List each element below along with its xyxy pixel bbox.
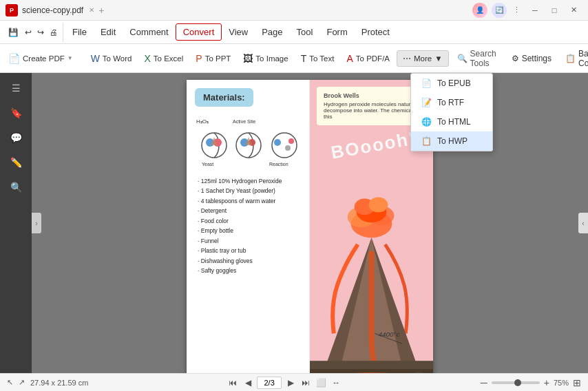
to-ppt-button[interactable]: P To PPT: [190, 50, 236, 67]
next-page-button[interactable]: ▶: [284, 377, 297, 389]
create-pdf-icon: 📄: [8, 53, 20, 64]
filename-label: science-copy.pdf: [22, 6, 83, 15]
file-menu[interactable]: File: [65, 24, 94, 40]
volcano-svg: 4400°c: [310, 196, 433, 373]
to-excel-button[interactable]: X To Excel: [138, 50, 189, 67]
sidebar-item-search[interactable]: 🔍: [5, 176, 27, 198]
protect-menu[interactable]: Protect: [355, 24, 397, 40]
to-rtf-item[interactable]: 📝 To RTF: [411, 93, 492, 112]
undo-icon: ↩: [25, 28, 32, 37]
tab-close-button[interactable]: ✕: [89, 6, 94, 14]
more-caret: ▼: [434, 54, 442, 63]
list-item: · Food color: [195, 216, 302, 226]
create-pdf-caret: ▼: [67, 55, 73, 61]
svg-text:4400°c: 4400°c: [378, 330, 399, 338]
zoom-level-label: 75%: [554, 379, 569, 387]
sidebar-item-menu[interactable]: ☰: [5, 77, 27, 99]
sidebar-item-comment[interactable]: 💬: [5, 127, 27, 149]
to-text-label: To Text: [309, 54, 334, 63]
last-page-button[interactable]: ⏭: [300, 377, 312, 389]
sidebar-item-bookmark[interactable]: 🔖: [5, 102, 27, 124]
left-sidebar: ☰ 🔖 💬 ✏️ 🔍: [0, 73, 32, 373]
app-logo: P: [6, 4, 18, 17]
to-epub-item[interactable]: 📄 To EPUB: [411, 74, 492, 93]
to-word-label: To Word: [103, 54, 132, 63]
print-button[interactable]: 🖨: [47, 27, 61, 38]
more-icon: ⋯: [403, 54, 411, 63]
html-icon: 🌐: [421, 116, 432, 127]
left-expand-toggle[interactable]: ›: [32, 213, 41, 233]
titlebar-right: 👤 🔄 ⋮ ─ □ ✕: [472, 3, 582, 18]
batch-convert-button[interactable]: 📋 Batch Conve...: [560, 46, 588, 71]
list-item: · Dishwashing gloves: [195, 256, 302, 266]
cursor-icon: ↖: [7, 378, 13, 387]
hwp-icon: 📋: [421, 136, 432, 147]
search-tools-label: Search Tools: [470, 49, 496, 68]
more-button[interactable]: ⋯ More ▼: [397, 50, 449, 67]
list-item: · Detergent: [195, 206, 302, 215]
tool-menu[interactable]: Tool: [290, 24, 320, 40]
svg-text:Active Site: Active Site: [233, 119, 255, 124]
page-menu[interactable]: Page: [255, 24, 289, 40]
more-options-button[interactable]: ⋮: [511, 5, 522, 16]
svg-point-13: [274, 139, 281, 146]
to-rtf-label: To RTF: [437, 98, 464, 107]
svg-point-21: [369, 197, 388, 212]
titlebar: P science-copy.pdf ✕ + 👤 🔄 ⋮ ─ □ ✕: [0, 0, 588, 21]
maximize-button[interactable]: □: [545, 3, 563, 18]
redo-button[interactable]: ↪: [34, 26, 47, 39]
right-expand-toggle[interactable]: ‹: [578, 213, 588, 233]
comment-menu[interactable]: Comment: [123, 24, 175, 40]
profile-icon[interactable]: 👤: [472, 3, 487, 18]
convert-menu[interactable]: Convert: [176, 23, 222, 41]
materials-list: · 125ml 10% Hydrogen Peroxide · 1 Sachet…: [195, 176, 302, 275]
to-word-icon: W: [91, 53, 100, 64]
undo-button[interactable]: ↩: [22, 26, 34, 39]
list-item: · Safty goggles: [195, 266, 302, 275]
to-excel-label: To Excel: [154, 54, 183, 63]
edit-menu[interactable]: Edit: [94, 24, 123, 40]
statusbar-center: ⏮ ◀ ▶ ⏭ ⬜ ↔: [227, 377, 342, 389]
to-image-button[interactable]: 🖼 To Image: [238, 50, 293, 67]
create-pdf-label: Create PDF: [23, 54, 65, 63]
zoom-in-button[interactable]: +: [544, 377, 549, 388]
settings-icon: ⚙: [512, 54, 519, 63]
close-window-button[interactable]: ✕: [565, 3, 582, 18]
toolbar: 📄 Create PDF ▼ W To Word X To Excel P To…: [0, 44, 588, 73]
svg-point-15: [285, 145, 291, 151]
zoom-slider[interactable]: [492, 381, 540, 384]
create-pdf-button[interactable]: 📄 Create PDF ▼: [3, 50, 78, 67]
to-text-button[interactable]: T To Text: [295, 50, 340, 67]
file-menu-icon[interactable]: 💾: [4, 26, 22, 39]
batch-icon: 📋: [565, 54, 576, 63]
fit-page-button[interactable]: ⬜: [315, 377, 327, 389]
fit-width-button[interactable]: ↔: [330, 377, 342, 389]
first-page-button[interactable]: ⏮: [227, 377, 239, 389]
search-tools-button[interactable]: 🔍 Search Tools: [450, 46, 503, 71]
view-mode-button[interactable]: ⊞: [573, 377, 581, 388]
zoom-thumb: [514, 379, 521, 386]
to-pdf-a-button[interactable]: A To PDF/A: [341, 50, 395, 67]
to-excel-icon: X: [144, 53, 150, 64]
sync-icon[interactable]: 🔄: [492, 3, 507, 18]
to-text-icon: T: [301, 53, 307, 64]
minimize-button[interactable]: ─: [526, 3, 544, 18]
redo-icon: ↪: [37, 28, 44, 37]
to-html-item[interactable]: 🌐 To HTML: [411, 112, 492, 131]
prev-page-button[interactable]: ◀: [242, 377, 254, 389]
settings-button[interactable]: ⚙ Settings: [506, 51, 557, 66]
zoom-out-button[interactable]: ─: [481, 377, 487, 388]
svg-text:H₂O₂: H₂O₂: [196, 118, 209, 125]
page-input[interactable]: [257, 377, 282, 389]
new-tab-button[interactable]: +: [98, 5, 104, 16]
sidebar-item-edit[interactable]: ✏️: [5, 151, 27, 173]
rtf-icon: 📝: [421, 97, 432, 108]
to-hwp-label: To HWP: [437, 136, 468, 146]
to-hwp-item[interactable]: 📋 To HWP: [411, 131, 492, 151]
booooh-text: BOoooh!: [329, 127, 418, 163]
view-menu[interactable]: View: [222, 24, 255, 40]
list-item: · Plastic tray or tub: [195, 246, 302, 255]
to-word-button[interactable]: W To Word: [85, 50, 138, 67]
form-menu[interactable]: Form: [319, 24, 354, 40]
pdf-page: Materials: H₂O₂ Active Site Yeast Reacti…: [187, 80, 433, 373]
